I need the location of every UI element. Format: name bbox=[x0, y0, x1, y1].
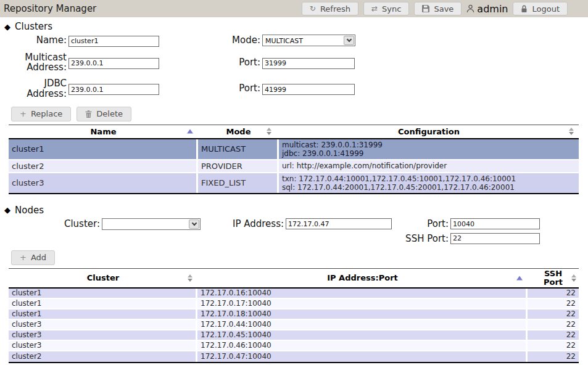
column-header-ip-address-port[interactable]: IP Address:Port bbox=[197, 268, 528, 289]
node-ip-cell: 172.17.0.44:10040 bbox=[197, 320, 528, 330]
node-cluster-cell: cluster2 bbox=[9, 351, 197, 362]
node-cluster-cell: cluster1 bbox=[9, 299, 197, 310]
node-cluster-cell: cluster1 bbox=[9, 289, 197, 299]
table-row[interactable]: cluster3 FIXED_LIST txn: 172.17.0.44:100… bbox=[9, 173, 579, 193]
cluster-config-cell: txn: 172.17.0.44:10001,172.17.0.45:10001… bbox=[279, 173, 579, 193]
multicast-address-input[interactable] bbox=[68, 58, 159, 69]
ip-address-input[interactable] bbox=[286, 218, 392, 229]
node-ssh-cell: 22 bbox=[528, 341, 579, 351]
nodes-actions: + Add bbox=[11, 250, 588, 265]
nodes-form: Cluster: IP Address: Port: SSH Port: bbox=[0, 218, 588, 244]
cluster-name-cell: cluster1 bbox=[9, 139, 198, 160]
table-row[interactable]: cluster3 172.17.0.45:10040 22 bbox=[9, 330, 579, 341]
chevron-down-icon bbox=[189, 219, 199, 229]
sync-button[interactable]: ⇄ Sync bbox=[363, 2, 409, 15]
node-ssh-cell: 22 bbox=[528, 310, 579, 320]
table-row[interactable]: cluster3 172.17.0.44:10040 22 bbox=[9, 320, 579, 330]
clusters-form: Name: Mode: MULTICAST Multicast Address:… bbox=[0, 34, 588, 99]
sort-both-icon bbox=[571, 274, 576, 282]
clusters-table-header-row: Name Mode Configuration bbox=[9, 125, 579, 139]
save-button[interactable]: Save bbox=[414, 2, 462, 15]
node-port-input[interactable] bbox=[450, 218, 540, 229]
multicast-address-label: Multicast Address: bbox=[0, 52, 67, 73]
node-ssh-cell: 22 bbox=[528, 351, 579, 362]
logout-button[interactable]: Logout bbox=[513, 2, 568, 15]
column-header-ssh-port[interactable]: SSH Port bbox=[528, 268, 579, 289]
diamond-icon: ◆ bbox=[4, 23, 10, 31]
node-ip-cell: 172.17.0.47:10040 bbox=[197, 351, 528, 362]
topbar-actions: ↻ Refresh ⇄ Sync Save admin Logout bbox=[302, 2, 588, 15]
delete-button[interactable]: Delete bbox=[77, 107, 131, 121]
node-ssh-cell: 22 bbox=[528, 330, 579, 341]
add-button[interactable]: + Add bbox=[11, 250, 55, 265]
column-header-configuration[interactable]: Configuration bbox=[279, 125, 579, 139]
save-label: Save bbox=[434, 4, 453, 14]
table-row[interactable]: cluster1 MULTICAST multicast: 239.0.0.1:… bbox=[9, 139, 579, 160]
add-label: Add bbox=[31, 253, 46, 262]
table-row[interactable]: cluster2 PROVIDER url: http://example.co… bbox=[9, 160, 579, 173]
node-ip-cell: 172.17.0.46:10040 bbox=[197, 341, 528, 351]
jdbc-address-input[interactable] bbox=[68, 84, 159, 95]
multicast-port-input[interactable] bbox=[262, 58, 355, 69]
chevron-down-icon bbox=[344, 36, 354, 45]
sync-icon: ⇄ bbox=[371, 5, 378, 12]
clusters-table: Name Mode Configuration cluster1 MULTICA… bbox=[9, 125, 579, 194]
node-ip-cell: 172.17.0.18:10040 bbox=[197, 310, 528, 320]
refresh-label: Refresh bbox=[320, 4, 350, 14]
nodes-heading-label: Nodes bbox=[15, 205, 44, 216]
mode-select-value: MULTICAST bbox=[263, 35, 355, 45]
cluster-select-value bbox=[102, 219, 200, 221]
jdbc-port-input[interactable] bbox=[262, 84, 355, 95]
cluster-mode-cell: FIXED_LIST bbox=[198, 173, 279, 193]
plus-icon: + bbox=[20, 110, 27, 118]
node-cluster-cell: cluster3 bbox=[9, 320, 197, 330]
node-port-label: Port: bbox=[392, 218, 449, 229]
node-cluster-cell: cluster3 bbox=[9, 330, 197, 341]
multicast-port-label: Port: bbox=[163, 57, 260, 68]
sort-both-icon bbox=[267, 128, 271, 135]
replace-label: Replace bbox=[31, 109, 62, 118]
table-row[interactable]: cluster1 172.17.0.16:10040 22 bbox=[9, 289, 579, 299]
mode-select[interactable]: MULTICAST bbox=[262, 35, 355, 46]
sort-both-icon bbox=[569, 128, 574, 135]
cluster-name-input[interactable] bbox=[68, 36, 159, 47]
node-ssh-cell: 22 bbox=[528, 320, 579, 330]
cluster-select-label: Cluster: bbox=[0, 218, 100, 229]
sort-ascending-icon bbox=[187, 129, 193, 134]
cluster-name-cell: cluster3 bbox=[9, 173, 198, 193]
ssh-port-input[interactable] bbox=[450, 233, 540, 244]
table-row[interactable]: cluster1 172.17.0.18:10040 22 bbox=[9, 310, 579, 320]
save-icon bbox=[422, 5, 429, 12]
ssh-port-label: SSH Port: bbox=[359, 233, 449, 244]
table-row[interactable]: cluster3 172.17.0.46:10040 22 bbox=[9, 341, 579, 351]
cluster-select[interactable] bbox=[102, 218, 201, 230]
column-header-cluster[interactable]: Cluster bbox=[9, 268, 197, 289]
clusters-heading-label: Clusters bbox=[15, 21, 52, 32]
jdbc-address-label: JDBC Address: bbox=[0, 78, 67, 99]
node-ip-cell: 172.17.0.16:10040 bbox=[197, 289, 528, 299]
mode-label: Mode: bbox=[163, 35, 260, 46]
cluster-mode-cell: PROVIDER bbox=[198, 160, 279, 173]
nodes-section-heading: ◆ Nodes bbox=[4, 205, 588, 216]
nodes-table: Cluster IP Address:Port SSH Port cluster… bbox=[9, 268, 579, 363]
nodes-table-header-row: Cluster IP Address:Port SSH Port bbox=[9, 268, 579, 289]
column-header-name[interactable]: Name bbox=[9, 125, 198, 139]
logout-label: Logout bbox=[532, 4, 560, 14]
node-ssh-cell: 22 bbox=[528, 299, 579, 310]
plus-icon: + bbox=[20, 253, 27, 261]
node-cluster-cell: cluster3 bbox=[9, 341, 197, 351]
table-row[interactable]: cluster2 172.17.0.47:10040 22 bbox=[9, 351, 579, 362]
column-header-mode[interactable]: Mode bbox=[198, 125, 279, 139]
name-label: Name: bbox=[0, 35, 67, 46]
clusters-actions: + Replace Delete bbox=[11, 107, 588, 121]
cluster-mode-cell: MULTICAST bbox=[198, 139, 279, 160]
sort-both-icon bbox=[188, 274, 193, 282]
app-title: Repository Manager bbox=[4, 3, 96, 14]
clusters-section-heading: ◆ Clusters bbox=[4, 21, 588, 32]
table-row[interactable]: cluster1 172.17.0.17:10040 22 bbox=[9, 299, 579, 310]
user-name: admin bbox=[477, 3, 508, 15]
refresh-icon: ↻ bbox=[310, 5, 316, 12]
ip-address-label: IP Address: bbox=[201, 218, 284, 229]
refresh-button[interactable]: ↻ Refresh bbox=[302, 2, 358, 15]
replace-button[interactable]: + Replace bbox=[11, 107, 71, 121]
